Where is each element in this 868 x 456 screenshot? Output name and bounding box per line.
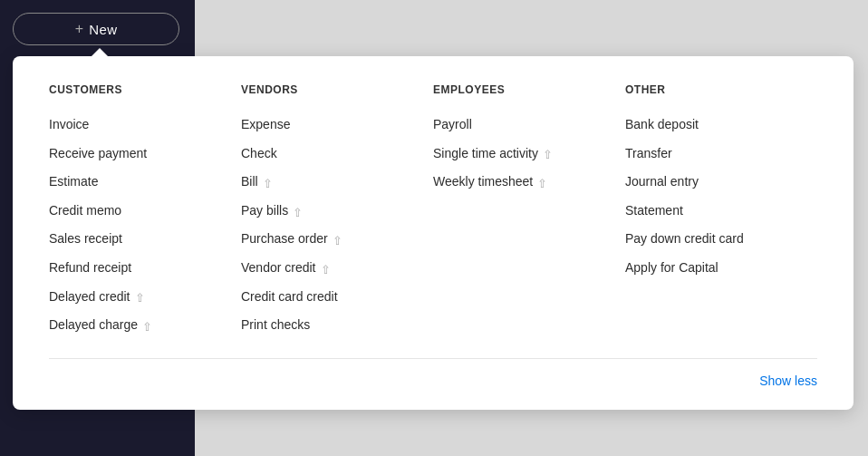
dropdown-pointer [91, 48, 109, 57]
upgrade-icon: ⇧ [543, 147, 555, 160]
plus-icon: + [75, 21, 84, 37]
bill-item[interactable]: Bill ⇧ [241, 168, 415, 197]
credit-memo-item[interactable]: Credit memo [49, 197, 223, 226]
footer-divider [49, 358, 817, 359]
print-checks-item[interactable]: Print checks [241, 311, 415, 340]
new-dropdown-panel: CUSTOMERS Invoice Receive payment Estima… [13, 56, 854, 410]
other-column: OTHER Bank deposit Transfer Journal entr… [625, 83, 817, 340]
customers-header: CUSTOMERS [49, 83, 223, 96]
upgrade-icon: ⇧ [537, 176, 550, 189]
customers-column: CUSTOMERS Invoice Receive payment Estima… [49, 83, 241, 340]
upgrade-icon: ⇧ [263, 176, 275, 189]
vendor-credit-item[interactable]: Vendor credit ⇧ [241, 254, 415, 283]
statement-item[interactable]: Statement [625, 197, 799, 226]
pay-down-credit-card-item[interactable]: Pay down credit card [625, 225, 799, 254]
delayed-charge-item[interactable]: Delayed charge ⇧ [49, 311, 223, 340]
weekly-timesheet-item[interactable]: Weekly timesheet ⇧ [433, 168, 607, 197]
check-item[interactable]: Check [241, 140, 415, 169]
apply-for-capital-item[interactable]: Apply for Capital [625, 254, 799, 283]
new-button-label: New [89, 22, 117, 37]
upgrade-icon: ⇧ [142, 319, 155, 332]
receive-payment-item[interactable]: Receive payment [49, 140, 223, 169]
employees-column: EMPLOYEES Payroll Single time activity ⇧… [433, 83, 625, 340]
show-less-button[interactable]: Show less [759, 370, 817, 392]
credit-card-credit-item[interactable]: Credit card credit [241, 283, 415, 312]
journal-entry-item[interactable]: Journal entry [625, 168, 799, 197]
invoice-item[interactable]: Invoice [49, 111, 223, 140]
upgrade-icon: ⇧ [135, 290, 148, 303]
bank-deposit-item[interactable]: Bank deposit [625, 111, 799, 140]
delayed-credit-item[interactable]: Delayed credit ⇧ [49, 283, 223, 312]
transfer-item[interactable]: Transfer [625, 140, 799, 169]
new-button[interactable]: + New [13, 13, 179, 45]
columns-container: CUSTOMERS Invoice Receive payment Estima… [49, 83, 817, 340]
purchase-order-item[interactable]: Purchase order ⇧ [241, 225, 415, 254]
other-header: OTHER [625, 83, 799, 96]
sales-receipt-item[interactable]: Sales receipt [49, 225, 223, 254]
vendors-header: VENDORS [241, 83, 415, 96]
expense-item[interactable]: Expense [241, 111, 415, 140]
upgrade-icon: ⇧ [321, 262, 333, 275]
vendors-column: VENDORS Expense Check Bill ⇧ Pay bills ⇧… [241, 83, 433, 340]
employees-header: EMPLOYEES [433, 83, 607, 96]
single-time-activity-item[interactable]: Single time activity ⇧ [433, 140, 607, 169]
refund-receipt-item[interactable]: Refund receipt [49, 254, 223, 283]
upgrade-icon: ⇧ [333, 233, 345, 246]
pay-bills-item[interactable]: Pay bills ⇧ [241, 197, 415, 226]
footer-row: Show less [49, 370, 817, 392]
estimate-item[interactable]: Estimate [49, 168, 223, 197]
payroll-item[interactable]: Payroll [433, 111, 607, 140]
upgrade-icon: ⇧ [293, 205, 305, 218]
